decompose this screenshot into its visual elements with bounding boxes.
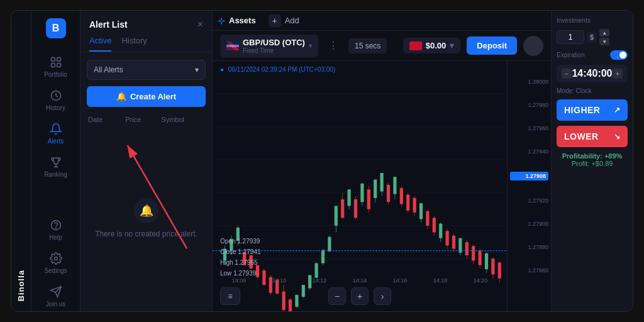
sidebar-logo: B xyxy=(46,18,66,38)
svg-rect-3 xyxy=(57,64,60,67)
trophy-icon xyxy=(50,156,62,169)
price-label-2: 1.27980 xyxy=(510,102,548,108)
top-bar: GBP/USD (OTC) Fixed Time ▾ ⋮ 15 secs $0.… xyxy=(213,31,551,61)
svg-rect-89 xyxy=(452,236,455,249)
price-label-6: 1.27900 xyxy=(510,221,548,227)
svg-rect-61 xyxy=(360,184,364,202)
asset-subtype: Fixed Time xyxy=(243,47,305,54)
higher-arrow-icon: ↗ xyxy=(614,106,621,114)
grid-icon xyxy=(50,56,62,69)
svg-rect-75 xyxy=(406,195,409,211)
time-interval-selector[interactable]: 15 secs xyxy=(348,38,387,53)
svg-rect-101 xyxy=(491,258,494,274)
tab-history[interactable]: History xyxy=(121,36,147,52)
investment-increase-button[interactable]: ▲ xyxy=(599,29,609,36)
time-tick-2: 14:10 xyxy=(272,277,287,284)
svg-rect-93 xyxy=(465,242,469,255)
svg-rect-65 xyxy=(374,180,377,198)
col-symbol: Symbol xyxy=(161,116,184,123)
add-asset-button[interactable]: + Add xyxy=(264,12,304,30)
help-icon xyxy=(50,219,62,231)
time-decrease-button[interactable]: − xyxy=(562,69,572,79)
sidebar-item-alerts[interactable]: Alerts xyxy=(35,118,77,148)
time-tick-3: 14:12 xyxy=(313,277,327,284)
add-plus-icon: + xyxy=(269,14,281,27)
svg-rect-87 xyxy=(446,231,449,245)
investments-row: 1 $ ▲ ▼ xyxy=(557,29,628,45)
expiration-label: Expiration xyxy=(557,52,584,58)
chart-zoom-out-button[interactable]: − xyxy=(328,287,346,305)
profit-value: Profit: +$0.89 xyxy=(557,160,628,167)
sidebar-item-ranking[interactable]: Ranking xyxy=(35,151,77,182)
svg-rect-63 xyxy=(367,189,370,209)
alert-panel: Alert List × Active History All Alerts ▾… xyxy=(80,11,213,311)
expiration-row: Expiration xyxy=(557,50,628,60)
time-increase-button[interactable]: + xyxy=(613,69,623,79)
svg-rect-97 xyxy=(479,251,482,265)
sidebar-item-history[interactable]: History xyxy=(35,84,77,115)
chart-area: ● 06/11/2024 02:39:24 PM (UTC+03:00) xyxy=(213,61,507,311)
time-tick-5: 14:16 xyxy=(393,277,408,284)
svg-rect-103 xyxy=(498,262,501,278)
alert-panel-header: Alert List × xyxy=(80,11,212,36)
svg-rect-73 xyxy=(400,188,403,204)
sidebar-item-settings[interactable]: Settings xyxy=(35,247,77,278)
investment-decrease-button[interactable]: ▼ xyxy=(599,38,609,45)
sidebar-item-label-ranking: Ranking xyxy=(44,171,67,178)
svg-rect-69 xyxy=(387,185,390,202)
time-tick-6: 14:18 xyxy=(433,277,448,284)
more-options-button[interactable]: ⋮ xyxy=(325,37,342,54)
asset-name: GBP/USD (OTC) xyxy=(243,38,305,47)
investment-currency: $ xyxy=(587,31,597,43)
svg-rect-99 xyxy=(485,253,488,269)
chart-zoom-in-button[interactable]: + xyxy=(351,287,369,305)
chart-forward-button[interactable]: › xyxy=(374,287,391,305)
col-price: Price xyxy=(125,116,141,123)
asset-flag-icon xyxy=(226,42,239,50)
expiration-time-value: 14:40:00 xyxy=(572,68,612,79)
create-alert-button[interactable]: 🔔 Create Alert xyxy=(87,86,206,107)
svg-rect-85 xyxy=(439,224,442,238)
mode-label: Mode: Clock xyxy=(557,87,628,94)
svg-rect-49 xyxy=(321,250,325,264)
svg-rect-77 xyxy=(413,198,416,213)
gear-icon xyxy=(50,252,62,265)
balance-value: $0.00 xyxy=(426,41,447,50)
asset-dropdown-icon: ▾ xyxy=(309,42,312,49)
us-flag-icon xyxy=(409,42,422,50)
assets-label: ⊹ Assets xyxy=(218,16,256,26)
tab-active[interactable]: Active xyxy=(89,36,111,52)
chart-toolbar: − + › xyxy=(213,287,507,305)
svg-point-7 xyxy=(54,257,57,260)
profitability-display: Profitability: +89% Profit: +$0.89 xyxy=(557,152,628,167)
svg-rect-47 xyxy=(315,264,318,278)
higher-button[interactable]: HIGHER ↗ xyxy=(557,99,628,121)
alerts-dropdown[interactable]: All Alerts ▾ xyxy=(87,60,206,80)
brand-name: Binolla xyxy=(16,270,26,301)
sidebar-item-label-join: Join us xyxy=(46,301,66,308)
deposit-button[interactable]: Deposit xyxy=(467,36,517,55)
lower-button[interactable]: LOWER ↘ xyxy=(557,126,628,147)
alert-body: All Alerts ▾ 🔔 Create Alert Date Price S… xyxy=(80,52,212,311)
price-label-7: 1.27880 xyxy=(510,244,548,250)
svg-rect-79 xyxy=(419,203,423,219)
svg-rect-51 xyxy=(328,237,331,252)
bell-icon xyxy=(50,123,62,135)
expiration-toggle[interactable] xyxy=(610,50,628,60)
sidebar-item-join[interactable]: Join us xyxy=(35,280,77,311)
sidebar-item-help[interactable]: Help xyxy=(35,214,77,245)
svg-rect-71 xyxy=(393,177,396,194)
svg-rect-2 xyxy=(51,64,55,67)
sidebar-item-portfolio[interactable]: Portfolio xyxy=(35,51,77,82)
svg-rect-0 xyxy=(51,58,55,62)
asset-selector[interactable]: GBP/USD (OTC) Fixed Time ▾ xyxy=(220,35,318,57)
user-avatar-button[interactable] xyxy=(523,36,543,56)
sidebar-item-label-history: History xyxy=(46,104,65,111)
alert-close-button[interactable]: × xyxy=(197,19,203,30)
alert-tabs: Active History xyxy=(80,36,212,52)
svg-rect-81 xyxy=(426,211,429,226)
alert-empty-icon: 🔔 xyxy=(134,198,159,223)
alert-table-header: Date Price Symbol xyxy=(87,113,206,126)
price-label-1: 1.28000 xyxy=(510,79,548,85)
investment-amount-input[interactable]: 1 xyxy=(557,30,584,44)
